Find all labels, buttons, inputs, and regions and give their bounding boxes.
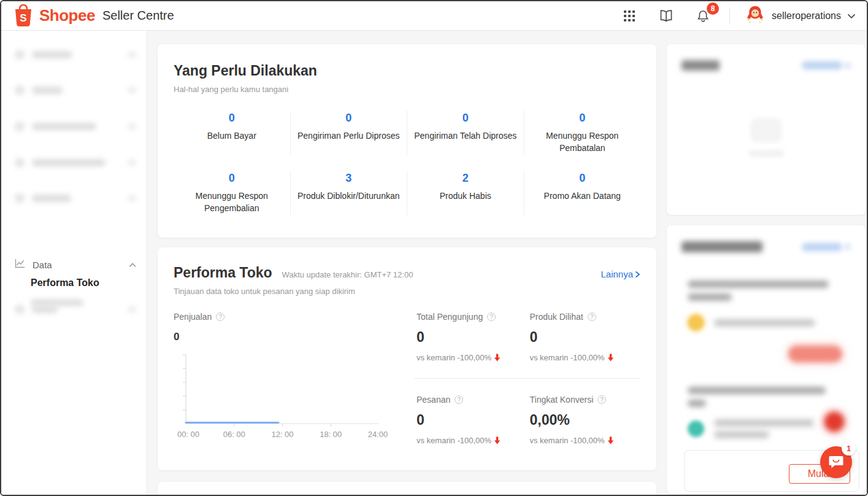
performance-subtitle: Tinjauan data toko untuk pesanan yang si… — [174, 287, 640, 296]
mission-text-blurred — [688, 387, 826, 394]
chat-unread-badge: 1 — [842, 441, 856, 455]
todo-stats-row-1: 0 Belum Bayar 0 Pengiriman Perlu Diprose… — [174, 110, 640, 155]
metric-delta-text: vs kemarin -100,00% — [530, 353, 605, 362]
chevron-icon — [128, 160, 136, 166]
stat-value: 0 — [180, 172, 284, 185]
app-window: S Shopee Seller Centre — [0, 0, 868, 496]
shopee-bag-icon: S — [12, 2, 34, 29]
metric-value: 0 — [530, 329, 639, 346]
news-card — [667, 44, 866, 215]
top-navbar: S Shopee Seller Centre — [1, 1, 867, 31]
stat-value: 2 — [413, 172, 518, 185]
coin-icon — [688, 420, 704, 437]
sidebar-item-blurred-1[interactable] — [15, 48, 136, 61]
stat-promo-akan-datang[interactable]: 0 Promo Akan Datang — [524, 171, 641, 215]
mission-button-blurred[interactable] — [788, 346, 842, 362]
x-tick: 24:00 — [368, 430, 388, 439]
sidebar-item-blurred-3[interactable] — [15, 120, 136, 133]
news-title-blurred — [682, 60, 720, 71]
performance-more-link[interactable]: Lainnya — [601, 269, 640, 279]
help-icon[interactable]: ? — [588, 312, 596, 321]
x-axis-labels: 00: 00 06: 00 12: 00 18: 00 24:00 — [174, 430, 394, 440]
performance-card: Performa Toko Waktu update terakhir: GMT… — [158, 247, 656, 470]
stat-label: Promo Akan Datang — [531, 190, 635, 203]
performance-updated: Waktu update terakhir: GMT+7 12:00 — [282, 270, 413, 279]
sidebar-item-blurred-2[interactable] — [15, 84, 136, 96]
help-icon[interactable]: ? — [455, 395, 463, 404]
avatar — [745, 5, 766, 27]
blurred-label — [32, 306, 58, 313]
blurred-label — [32, 87, 63, 94]
stat-menunggu-respon-pembatalan[interactable]: 0 Menunggu Respon Pembatalan — [524, 110, 641, 155]
more-label: Lainnya — [601, 269, 633, 279]
help-icon[interactable]: ? — [216, 312, 225, 321]
blurred-label — [32, 51, 72, 58]
blurred-icon — [15, 193, 25, 203]
mission-text-blurred — [688, 281, 829, 288]
help-icon[interactable]: ? — [487, 312, 496, 321]
missions-title-blurred — [682, 241, 762, 252]
penjualan-label: Penjualan — [174, 312, 212, 322]
sidebar-item-performa-toko[interactable]: Performa Toko — [31, 277, 99, 289]
sidebar-nav: Data Performa Toko — [1, 31, 147, 495]
blurred-label — [32, 159, 106, 166]
metric-tingkat-konversi: Tingkat Konversi? 0,00% vs kemarin -100,… — [528, 379, 641, 445]
sidebar-item-data[interactable]: Data — [15, 258, 136, 271]
metric-value: 0 — [417, 329, 525, 346]
account-menu[interactable]: selleroperations — [745, 5, 856, 27]
notification-bell-icon[interactable]: 8 — [695, 8, 711, 24]
stat-produk-habis[interactable]: 2 Produk Habis — [407, 171, 524, 215]
mission-item-1 — [688, 281, 851, 362]
chat-button[interactable]: 1 — [820, 446, 852, 478]
metric-value: 0 — [417, 412, 525, 428]
todo-card: Yang Perlu Dilakukan Hal-hal yang perlu … — [158, 44, 656, 238]
stat-label: Menunggu Respon Pengembalian — [180, 190, 284, 214]
metric-label: Pesanan — [417, 395, 450, 405]
guide-book-icon[interactable] — [658, 8, 674, 24]
mission-reward-blurred — [714, 431, 769, 438]
arrow-down-icon — [494, 354, 501, 362]
stat-pengiriman-telah-diproses[interactable]: 0 Pengiriman Telah Diproses — [407, 110, 524, 155]
header-divider — [729, 7, 730, 25]
metric-delta-text: vs kemarin -100,00% — [530, 436, 605, 445]
shopee-logo[interactable]: S Shopee Seller Centre — [12, 2, 174, 29]
chevron-down-icon — [847, 10, 856, 21]
mission-text-blurred — [688, 293, 732, 301]
blurred-icon — [15, 304, 25, 314]
stat-menunggu-respon-pengembalian[interactable]: 0 Menunggu Respon Pengembalian — [174, 171, 290, 215]
blurred-icon — [15, 50, 25, 60]
metric-delta-text: vs kemarin -100,00% — [417, 436, 491, 445]
metric-value: 0,00% — [530, 412, 639, 428]
floating-widget-blurred[interactable] — [813, 400, 856, 443]
sidebar-item-blurred-5[interactable] — [15, 192, 136, 204]
news-more-link-blurred[interactable] — [802, 61, 851, 69]
performance-metrics: Total Pengunjung? 0 vs kemarin -100,00% … — [414, 312, 640, 445]
sales-chart: 00: 00 06: 00 12: 00 18: 00 24:00 — [174, 351, 394, 440]
stat-value: 0 — [297, 112, 401, 125]
stat-value: 0 — [531, 112, 635, 125]
stat-pengiriman-perlu-diproses[interactable]: 0 Pengiriman Perlu Diproses — [290, 110, 407, 155]
penjualan-value: 0 — [174, 331, 413, 343]
help-icon[interactable]: ? — [597, 395, 606, 404]
svg-text:S: S — [20, 12, 26, 24]
stat-label: Pengiriman Perlu Diproses — [297, 130, 401, 142]
chevron-icon — [128, 195, 136, 201]
chevron-icon — [128, 52, 136, 58]
stat-produk-diblokir[interactable]: 3 Produk Diblokir/Diturunkan — [290, 171, 407, 215]
todo-stats-row-2: 0 Menunggu Respon Pengembalian 3 Produk … — [174, 171, 640, 215]
todo-subtitle: Hal-hal yang perlu kamu tangani — [174, 85, 640, 94]
main-content: Yang Perlu Dilakukan Hal-hal yang perlu … — [147, 31, 867, 495]
apps-grid-icon[interactable] — [621, 8, 637, 24]
metric-produk-dilihat: Produk Dilihat? 0 vs kemarin -100,00% — [528, 312, 641, 379]
news-empty-state — [748, 118, 784, 157]
mission-reward-blurred — [714, 319, 815, 327]
stat-label: Produk Diblokir/Diturunkan — [297, 190, 401, 203]
sales-chart-block: Penjualan ? 0 — [174, 312, 413, 445]
x-tick: 12: 00 — [271, 430, 293, 439]
sidebar-item-blurred-4[interactable] — [15, 157, 136, 169]
missions-more-link-blurred[interactable] — [802, 243, 851, 251]
next-card-stub — [158, 482, 656, 496]
blurred-icon — [15, 85, 25, 95]
sidebar-item-blurred-6[interactable] — [15, 303, 136, 316]
stat-belum-bayar[interactable]: 0 Belum Bayar — [174, 110, 290, 155]
